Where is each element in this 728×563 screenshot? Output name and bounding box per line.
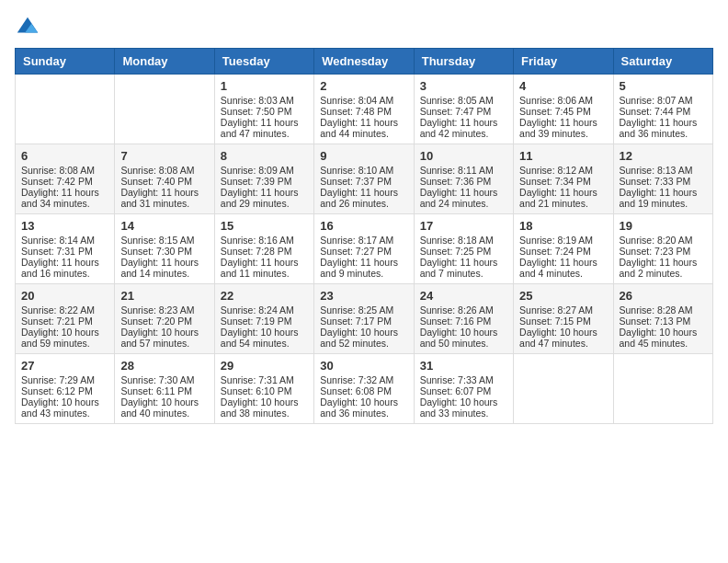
cell-info: Daylight: 11 hours and 21 minutes. — [519, 187, 607, 209]
cell-info: Sunrise: 8:17 AM — [320, 235, 407, 246]
cell-info: Sunset: 7:39 PM — [221, 176, 308, 187]
cell-info: Sunrise: 8:08 AM — [21, 165, 108, 176]
calendar-header-row: SundayMondayTuesdayWednesdayThursdayFrid… — [16, 49, 713, 75]
cell-info: Sunrise: 8:13 AM — [620, 165, 707, 176]
cell-info: Daylight: 11 hours and 44 minutes. — [320, 117, 407, 139]
day-number: 29 — [221, 359, 308, 373]
day-number: 31 — [420, 359, 507, 373]
cell-info: Daylight: 11 hours and 24 minutes. — [420, 187, 507, 209]
cell-info: Sunset: 7:19 PM — [221, 316, 308, 327]
day-number: 22 — [221, 289, 308, 303]
cell-info: Sunrise: 8:27 AM — [519, 304, 607, 316]
cell-info: Daylight: 10 hours and 40 minutes. — [120, 396, 208, 419]
day-number: 16 — [320, 219, 407, 233]
calendar-cell: 8Sunrise: 8:09 AMSunset: 7:39 PMDaylight… — [214, 144, 313, 214]
day-number: 28 — [120, 359, 208, 373]
calendar-cell: 5Sunrise: 8:07 AMSunset: 7:44 PMDaylight… — [613, 75, 712, 144]
cell-info: Sunrise: 8:09 AM — [221, 165, 308, 176]
calendar-cell: 16Sunrise: 8:17 AMSunset: 7:27 PMDayligh… — [314, 214, 414, 284]
cell-info: Sunrise: 7:29 AM — [21, 374, 108, 385]
calendar-cell: 22Sunrise: 8:24 AMSunset: 7:19 PMDayligh… — [214, 284, 313, 354]
cell-info: Sunrise: 8:16 AM — [221, 235, 308, 246]
cell-info: Sunrise: 8:04 AM — [320, 95, 407, 106]
day-number: 8 — [221, 149, 308, 163]
day-number: 15 — [221, 219, 308, 233]
cell-info: Sunrise: 8:24 AM — [221, 304, 308, 316]
cell-info: Daylight: 10 hours and 47 minutes. — [519, 327, 607, 349]
calendar-week-row: 1Sunrise: 8:03 AMSunset: 7:50 PMDaylight… — [16, 75, 713, 144]
cell-info: Sunset: 7:16 PM — [420, 316, 507, 327]
cell-info: Daylight: 10 hours and 59 minutes. — [21, 327, 108, 349]
day-number: 5 — [620, 79, 707, 93]
calendar-cell: 29Sunrise: 7:31 AMSunset: 6:10 PMDayligh… — [214, 354, 313, 424]
cell-info: Sunset: 7:47 PM — [420, 106, 507, 117]
cell-info: Sunrise: 8:10 AM — [320, 165, 407, 176]
calendar-cell: 6Sunrise: 8:08 AMSunset: 7:42 PMDaylight… — [16, 144, 115, 214]
cell-info: Sunset: 7:37 PM — [320, 176, 407, 187]
cell-info: Daylight: 11 hours and 36 minutes. — [620, 117, 707, 139]
cell-info: Sunset: 7:21 PM — [21, 316, 108, 327]
day-number: 27 — [21, 359, 108, 373]
day-number: 1 — [221, 79, 308, 93]
cell-info: Sunset: 7:27 PM — [320, 246, 407, 257]
calendar-cell — [16, 75, 115, 144]
page-header — [15, 15, 713, 40]
calendar-cell — [115, 75, 214, 144]
cell-info: Sunrise: 8:28 AM — [620, 304, 707, 316]
calendar-week-row: 20Sunrise: 8:22 AMSunset: 7:21 PMDayligh… — [16, 284, 713, 354]
day-number: 12 — [620, 149, 707, 163]
cell-info: Daylight: 10 hours and 36 minutes. — [320, 396, 407, 419]
cell-info: Sunrise: 8:08 AM — [120, 165, 208, 176]
cell-info: Sunset: 7:44 PM — [620, 106, 707, 117]
cell-info: Daylight: 11 hours and 29 minutes. — [221, 187, 308, 209]
cell-info: Daylight: 11 hours and 42 minutes. — [420, 117, 507, 139]
cell-info: Daylight: 10 hours and 54 minutes. — [221, 327, 308, 349]
calendar-cell: 30Sunrise: 7:32 AMSunset: 6:08 PMDayligh… — [314, 354, 414, 424]
calendar-table: SundayMondayTuesdayWednesdayThursdayFrid… — [15, 48, 713, 424]
cell-info: Sunset: 7:30 PM — [120, 246, 208, 257]
cell-info: Sunrise: 8:05 AM — [420, 95, 507, 106]
cell-info: Daylight: 11 hours and 2 minutes. — [620, 257, 707, 279]
day-number: 6 — [21, 149, 108, 163]
calendar-cell: 23Sunrise: 8:25 AMSunset: 7:17 PMDayligh… — [314, 284, 414, 354]
cell-info: Daylight: 10 hours and 38 minutes. — [221, 396, 308, 419]
day-number: 21 — [120, 289, 208, 303]
calendar-week-row: 13Sunrise: 8:14 AMSunset: 7:31 PMDayligh… — [16, 214, 713, 284]
day-number: 4 — [519, 79, 607, 93]
day-header-wednesday: Wednesday — [314, 49, 414, 75]
day-number: 9 — [320, 149, 407, 163]
cell-info: Sunset: 6:10 PM — [221, 385, 308, 396]
cell-info: Sunrise: 7:31 AM — [221, 374, 308, 385]
cell-info: Daylight: 11 hours and 31 minutes. — [120, 187, 208, 209]
calendar-cell: 13Sunrise: 8:14 AMSunset: 7:31 PMDayligh… — [16, 214, 115, 284]
day-header-monday: Monday — [115, 49, 214, 75]
day-number: 18 — [519, 219, 607, 233]
day-header-friday: Friday — [514, 49, 613, 75]
logo-icon — [15, 15, 40, 40]
calendar-cell: 15Sunrise: 8:16 AMSunset: 7:28 PMDayligh… — [214, 214, 313, 284]
calendar-cell: 14Sunrise: 8:15 AMSunset: 7:30 PMDayligh… — [115, 214, 214, 284]
calendar-week-row: 6Sunrise: 8:08 AMSunset: 7:42 PMDaylight… — [16, 144, 713, 214]
cell-info: Sunset: 7:17 PM — [320, 316, 407, 327]
cell-info: Daylight: 11 hours and 34 minutes. — [21, 187, 108, 209]
day-number: 25 — [519, 289, 607, 303]
calendar-cell: 10Sunrise: 8:11 AMSunset: 7:36 PMDayligh… — [414, 144, 513, 214]
day-number: 24 — [420, 289, 507, 303]
day-number: 10 — [420, 149, 507, 163]
cell-info: Sunset: 7:45 PM — [519, 106, 607, 117]
calendar-cell: 20Sunrise: 8:22 AMSunset: 7:21 PMDayligh… — [16, 284, 115, 354]
cell-info: Sunrise: 8:25 AM — [320, 304, 407, 316]
day-header-sunday: Sunday — [16, 49, 115, 75]
cell-info: Sunrise: 7:32 AM — [320, 374, 407, 385]
cell-info: Sunset: 7:20 PM — [120, 316, 208, 327]
cell-info: Sunset: 7:36 PM — [420, 176, 507, 187]
calendar-cell: 2Sunrise: 8:04 AMSunset: 7:48 PMDaylight… — [314, 75, 414, 144]
cell-info: Daylight: 11 hours and 14 minutes. — [120, 257, 208, 279]
day-number: 14 — [120, 219, 208, 233]
cell-info: Sunrise: 8:03 AM — [221, 95, 308, 106]
cell-info: Daylight: 11 hours and 26 minutes. — [320, 187, 407, 209]
cell-info: Sunrise: 8:18 AM — [420, 235, 507, 246]
calendar-cell: 12Sunrise: 8:13 AMSunset: 7:33 PMDayligh… — [613, 144, 712, 214]
calendar-cell: 18Sunrise: 8:19 AMSunset: 7:24 PMDayligh… — [514, 214, 613, 284]
cell-info: Daylight: 11 hours and 39 minutes. — [519, 117, 607, 139]
